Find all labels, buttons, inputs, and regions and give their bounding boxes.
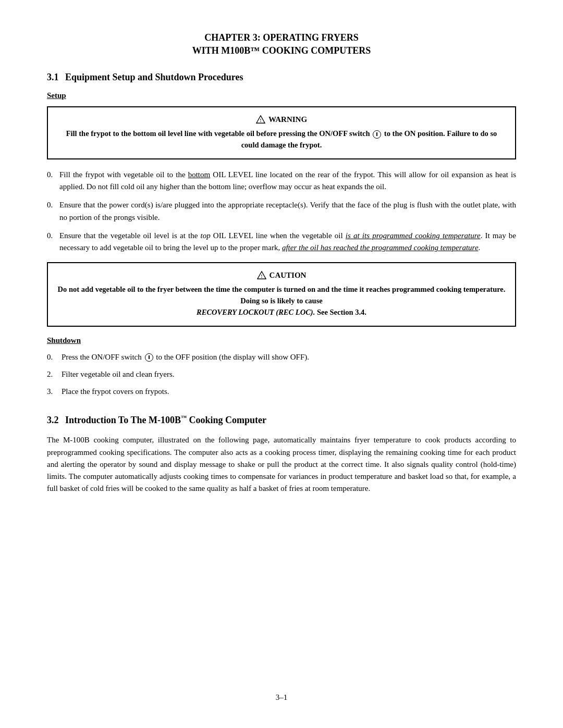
warning-label: WARNING: [268, 115, 307, 124]
list-content-3: Ensure that the vegetable oil level is a…: [59, 230, 516, 254]
warning-text-bold1: Fill the frypot to the bottom oil level …: [66, 129, 370, 138]
section-32-title: Introduction To The M-100B™ Cooking Comp…: [65, 415, 266, 425]
on-off-icon-shutdown: [145, 353, 153, 362]
section-31-number: 3.1: [47, 72, 59, 82]
section-32-number: 3.2: [47, 415, 59, 425]
warning-text: Fill the frypot to the bottom oil level …: [57, 128, 506, 151]
page-number: 3–1: [276, 693, 288, 701]
shutdown-number-1: 0.: [47, 351, 62, 363]
section-31-title: Equipment Setup and Shutdown Procedures: [65, 72, 243, 82]
caution-box: ! CAUTION Do not add vegetable oil to th…: [47, 262, 516, 326]
shutdown-content-1: Press the ON/OFF switch to the OFF posit…: [62, 351, 516, 363]
caution-header: ! CAUTION: [57, 270, 506, 280]
top-italic: top: [200, 231, 210, 240]
chapter-title-line1: CHAPTER 3: OPERATING FRYERS WITH M100B™ …: [47, 31, 516, 57]
section-31-heading: 3.1 Equipment Setup and Shutdown Procedu…: [47, 72, 516, 83]
on-off-icon-warning: [373, 130, 381, 139]
caution-icon: !: [257, 270, 266, 280]
shutdown-number-3: 3.: [47, 386, 62, 398]
page-footer: 3–1: [0, 693, 563, 702]
shutdown-content-2: Filter vegetable oil and clean fryers.: [62, 368, 516, 380]
tm-symbol: ™: [181, 414, 187, 421]
list-content-2: Ensure that the power cord(s) is/are plu…: [59, 199, 516, 224]
list-item-2: 0. Ensure that the power cord(s) is/are …: [47, 199, 516, 224]
setup-heading: Setup: [47, 91, 516, 100]
svg-text:!: !: [260, 118, 261, 124]
chapter-title-text2: WITH M100B™ COOKING COMPUTERS: [192, 45, 371, 56]
list-item-1: 0. Fill the frypot with vegetable oil to…: [47, 169, 516, 193]
shutdown-content-3: Place the frypot covers on frypots.: [62, 386, 516, 398]
caution-label: CAUTION: [270, 271, 307, 280]
list-number-2: 0.: [47, 199, 59, 224]
section-32-heading: 3.2 Introduction To The M-100B™ Cooking …: [47, 414, 516, 426]
after-oil-text: after the oil has reached the programmed…: [282, 243, 479, 252]
list-number-1: 0.: [47, 169, 59, 193]
section-32-paragraph: The M-100B cooking computer, illustrated…: [47, 434, 516, 495]
bottom-text: bottom: [188, 170, 211, 179]
list-content-1: Fill the frypot with vegetable oil to th…: [59, 169, 516, 193]
page: CHAPTER 3: OPERATING FRYERS WITH M100B™ …: [0, 0, 563, 728]
shutdown-item-2: 2. Filter vegetable oil and clean fryers…: [47, 368, 516, 380]
list-number-3: 0.: [47, 230, 59, 254]
warning-box: ! WARNING Fill the frypot to the bottom …: [47, 106, 516, 159]
caution-text1: Do not add vegetable oil to the fryer be…: [58, 285, 506, 305]
warning-icon: !: [256, 115, 265, 124]
caution-text3: See Section 3.4.: [317, 308, 366, 316]
caution-text: Do not add vegetable oil to the fryer be…: [57, 284, 506, 318]
shutdown-list: 0. Press the ON/OFF switch to the OFF po…: [47, 351, 516, 398]
shutdown-item-3: 3. Place the frypot covers on frypots.: [47, 386, 516, 398]
warning-header: ! WARNING: [57, 115, 506, 124]
shutdown-number-2: 2.: [47, 368, 62, 380]
is-at-its-text: is at its programmed cooking temperature: [346, 231, 481, 240]
chapter-title-text1: CHAPTER 3: OPERATING FRYERS: [204, 32, 359, 43]
caution-text2: RECOVERY LOCKOUT (REC LOC).: [197, 308, 315, 316]
shutdown-heading: Shutdown: [47, 336, 516, 345]
list-item-3: 0. Ensure that the vegetable oil level i…: [47, 230, 516, 254]
chapter-header: CHAPTER 3: OPERATING FRYERS WITH M100B™ …: [47, 31, 516, 57]
section-32: 3.2 Introduction To The M-100B™ Cooking …: [47, 414, 516, 495]
svg-text:!: !: [261, 274, 262, 279]
setup-list: 0. Fill the frypot with vegetable oil to…: [47, 169, 516, 254]
shutdown-item-1: 0. Press the ON/OFF switch to the OFF po…: [47, 351, 516, 363]
